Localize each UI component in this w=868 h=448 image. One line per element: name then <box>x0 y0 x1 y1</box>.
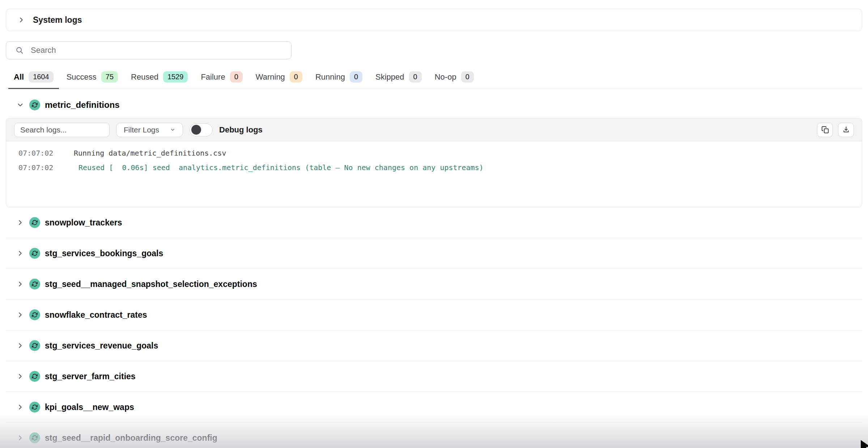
run-results-page: System logs All 1604 Success 75 Reused 1… <box>6 9 862 448</box>
tab-label: Running <box>315 72 345 82</box>
reused-status-icon <box>29 340 40 351</box>
tab-count-badge: 75 <box>101 71 118 83</box>
reused-status-icon <box>29 100 40 110</box>
log-message: Running data/metric_definitions.csv <box>74 146 226 160</box>
run-item-row[interactable]: stg_services_bookings_goals <box>6 238 862 269</box>
run-item-row[interactable]: stg_seed__rapid_onboarding_score_config <box>6 423 862 448</box>
tab-count-badge: 0 <box>350 71 362 83</box>
run-item-row[interactable]: snowplow_trackers <box>6 207 862 238</box>
copy-icon <box>821 126 829 134</box>
tab-count-badge: 1604 <box>29 71 54 83</box>
chevron-right-icon[interactable] <box>16 341 25 350</box>
log-line: 07:07:02 Running data/metric_definitions… <box>6 146 862 160</box>
chevron-right-icon[interactable] <box>16 280 25 288</box>
log-panel: Filter Logs Debug logs 07:07:02 Running … <box>6 118 862 207</box>
download-icon <box>842 126 850 134</box>
reused-status-icon <box>29 309 40 320</box>
filter-logs-dropdown[interactable]: Filter Logs <box>116 123 183 137</box>
copy-logs-button[interactable] <box>817 123 833 137</box>
run-item-name: metric_definitions <box>45 100 120 110</box>
chevron-right-icon[interactable] <box>16 372 25 381</box>
run-item-row[interactable]: stg_seed__managed_snapshot_selection_exc… <box>6 269 862 300</box>
chevron-right-icon[interactable] <box>16 403 25 411</box>
run-item-row[interactable]: stg_server_farm_cities <box>6 361 862 392</box>
log-message: Reused [ 0.06s] seed analytics.metric_de… <box>74 160 484 175</box>
run-item-name: stg_seed__rapid_onboarding_score_config <box>45 433 217 443</box>
chevron-right-icon[interactable] <box>16 249 25 258</box>
reused-status-icon <box>29 217 40 228</box>
status-filter-tab[interactable]: Running 0 <box>310 68 368 89</box>
run-item-name: stg_services_bookings_goals <box>45 249 163 258</box>
mouse-cursor <box>861 440 868 448</box>
search-input[interactable] <box>31 46 282 55</box>
status-filter-tab[interactable]: Warning 0 <box>250 68 308 89</box>
reused-status-icon <box>29 432 40 443</box>
tab-label: Failure <box>201 72 225 82</box>
reused-status-icon <box>29 248 40 259</box>
toggle-knob <box>191 125 201 135</box>
system-logs-label: System logs <box>33 15 82 25</box>
run-item-name: snowflake_contract_rates <box>45 310 147 320</box>
expanded-run-item-header[interactable]: metric_definitions <box>6 94 862 115</box>
tab-count-badge: 0 <box>290 71 302 83</box>
chevron-down-icon <box>170 127 175 132</box>
log-line: 07:07:02 Reused [ 0.06s] seed analytics.… <box>6 160 862 175</box>
chevron-right-icon[interactable] <box>17 16 26 24</box>
log-output: 07:07:02 Running data/metric_definitions… <box>6 141 862 207</box>
chevron-right-icon[interactable] <box>16 434 25 442</box>
debug-logs-toggle[interactable] <box>190 123 213 136</box>
log-toolbar: Filter Logs Debug logs <box>6 118 862 141</box>
reused-status-icon <box>29 279 40 289</box>
tab-count-badge: 0 <box>230 71 243 83</box>
run-item-name: stg_server_farm_cities <box>45 372 136 381</box>
tab-count-badge: 0 <box>461 71 474 83</box>
chevron-down-icon[interactable] <box>16 101 25 109</box>
search-input-wrapper <box>6 41 292 59</box>
tab-label: Success <box>67 72 97 82</box>
tab-count-badge: 0 <box>409 71 422 83</box>
status-filter-tab[interactable]: No-op 0 <box>429 68 479 89</box>
download-logs-button[interactable] <box>838 123 854 137</box>
tab-label: Skipped <box>375 72 404 82</box>
chevron-right-icon[interactable] <box>16 218 25 227</box>
status-filter-tab[interactable]: Success 75 <box>61 68 123 89</box>
run-item-row[interactable]: kpi_goals__new_waps <box>6 392 862 423</box>
tab-label: Warning <box>256 72 285 82</box>
run-item-name: kpi_goals__new_waps <box>45 402 134 412</box>
tab-label: Reused <box>131 72 158 82</box>
search-logs-input[interactable] <box>14 123 110 137</box>
search-icon <box>16 46 24 54</box>
run-item-name: snowplow_trackers <box>45 218 122 228</box>
run-item-row[interactable]: stg_services_revenue_goals <box>6 330 862 361</box>
reused-status-icon <box>29 402 40 413</box>
status-filter-tab[interactable]: All 1604 <box>8 68 59 89</box>
reused-status-icon <box>29 371 40 382</box>
run-item-name: stg_seed__managed_snapshot_selection_exc… <box>45 279 257 289</box>
run-item-row[interactable]: snowflake_contract_rates <box>6 300 862 330</box>
filter-logs-label: Filter Logs <box>124 126 159 134</box>
tab-label: No-op <box>435 72 456 82</box>
tab-count-badge: 1529 <box>163 71 188 83</box>
system-logs-section[interactable]: System logs <box>6 9 862 31</box>
run-item-name: stg_services_revenue_goals <box>45 341 158 351</box>
status-filter-tab[interactable]: Skipped 0 <box>370 68 427 89</box>
status-filter-tab[interactable]: Reused 1529 <box>125 68 193 89</box>
tab-label: All <box>14 72 24 82</box>
log-timestamp: 07:07:02 <box>18 160 74 175</box>
debug-logs-label: Debug logs <box>219 125 263 135</box>
chevron-right-icon[interactable] <box>16 310 25 319</box>
status-filter-tabs: All 1604 Success 75 Reused 1529 Failure … <box>6 68 862 89</box>
status-filter-tab[interactable]: Failure 0 <box>195 68 248 89</box>
log-timestamp: 07:07:02 <box>18 146 74 160</box>
run-item-list: snowplow_trackers stg_services_bookings_… <box>6 207 862 448</box>
